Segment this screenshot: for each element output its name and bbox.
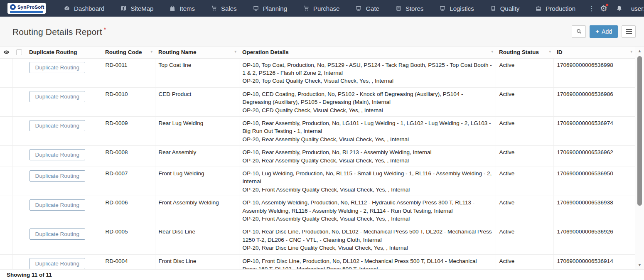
scroll-down-button[interactable]: ▼ [635, 263, 644, 267]
menu-button[interactable] [622, 25, 636, 38]
header-actions: + Add [572, 25, 636, 38]
logo-tagline-strip [10, 11, 43, 13]
duplicate-routing-button[interactable]: Duplicate Routing [29, 149, 86, 160]
select-all-checkbox[interactable] [16, 49, 22, 55]
nav-item-quality[interactable]: Quality [482, 0, 528, 17]
operation-details-cell: OP-10, Rear Disc Line, Production, No, D… [239, 225, 496, 254]
nav-item-logistics[interactable]: Logistics [431, 0, 482, 17]
routing-code-cell: RD-0007 [102, 167, 155, 196]
monitor-icon [439, 5, 446, 12]
nav-item-gate[interactable]: Gate [347, 0, 387, 17]
hamburger-icon [626, 29, 632, 34]
routing-status-cell: Active [496, 196, 553, 225]
duplicate-routing-button[interactable]: Duplicate Routing [29, 170, 86, 182]
routing-status-cell: Active [496, 58, 553, 87]
scroll-up-button[interactable]: ▲ [635, 49, 644, 53]
sort-caret-icon[interactable]: ▾ [150, 49, 152, 54]
vertical-scrollbar[interactable]: ▲ ▼ [635, 47, 644, 269]
column-header-duplicate-routing: Duplicate Routing [26, 47, 102, 58]
routing-code-cell: RD-0004 [102, 254, 155, 269]
duplicate-routing-button[interactable]: Duplicate Routing [29, 62, 86, 73]
routing-code-cell: RD-0011 [102, 58, 155, 87]
id-cell: 170690000006536938 [553, 196, 635, 225]
monitor-icon [355, 5, 362, 12]
select-all-cell [12, 47, 26, 58]
operation-details-cell: OP-10, Rear Assembly, Production, No, LG… [239, 116, 496, 145]
column-header-routing-code[interactable]: Routing Code▾ [102, 47, 155, 58]
nav-item-dashboard[interactable]: Dashboard [56, 0, 112, 17]
duplicate-routing-button[interactable]: Duplicate Routing [29, 228, 86, 240]
table-row: Duplicate Routing RD-0007 Front Lug Weld… [0, 167, 635, 196]
nav-item-purchase[interactable]: Purchase [295, 0, 347, 17]
routing-code-cell: RD-0009 [102, 116, 155, 145]
nav-more-button[interactable]: ⋮ [583, 5, 600, 12]
column-header-id[interactable]: ID▾ [553, 47, 635, 58]
operation-details-cell: OP-10, Front Disc Line, Production, No, … [239, 254, 496, 269]
routing-code-cell: RD-0010 [102, 87, 155, 116]
table-row: Duplicate Routing RD-0010 CED Product OP… [0, 87, 635, 116]
nav-item-items[interactable]: Items [161, 0, 203, 17]
column-header-routing-name[interactable]: Routing Name▾ [155, 47, 239, 58]
id-cell: 170690000006536926 [553, 225, 635, 254]
routing-status-cell: Active [496, 254, 553, 269]
column-visibility-button[interactable] [0, 47, 12, 58]
logo-mark-icon [10, 4, 16, 10]
sort-caret-icon[interactable]: ▾ [491, 49, 493, 54]
nav-item-production[interactable]: Production [527, 0, 583, 17]
sort-caret-icon[interactable]: ▾ [234, 49, 236, 54]
routing-name-cell: Rear Assembly [155, 146, 239, 167]
settings-button[interactable]: ⚙ [600, 4, 607, 12]
table-footer: Showing 11 of 11 [0, 269, 644, 280]
id-cell: 170690000006536974 [553, 116, 635, 145]
user-name[interactable]: user1 [631, 5, 644, 12]
operation-details-cell: OP-10, Assembly Welding, Production, No,… [239, 196, 496, 225]
case-icon [535, 5, 542, 12]
sort-caret-icon[interactable]: ▾ [630, 49, 632, 54]
routing-name-cell: Front Lug Welding [155, 167, 239, 196]
routing-status-cell: Active [496, 167, 553, 196]
routing-name-cell: Rear Lug Welding [155, 116, 239, 145]
add-button[interactable]: + Add [590, 25, 618, 38]
scrollbar-thumb[interactable] [637, 56, 642, 206]
duplicate-routing-button[interactable]: Duplicate Routing [29, 199, 86, 211]
column-header-operation-details[interactable]: Operation Details▾ [239, 47, 496, 58]
nav-item-sitemap[interactable]: SiteMap [112, 0, 161, 17]
cart-icon [211, 5, 217, 12]
table-row: Duplicate Routing RD-0011 Top Coat line … [0, 58, 635, 87]
routing-status-cell: Active [496, 87, 553, 116]
search-button[interactable] [572, 25, 586, 38]
duplicate-routing-button[interactable]: Duplicate Routing [29, 120, 86, 131]
table-row: Duplicate Routing RD-0004 Front Disc Lin… [0, 254, 635, 269]
notifications-button[interactable] [616, 5, 623, 12]
operation-details-cell: OP-10, Lug Welding, Production, No, RL11… [239, 167, 496, 196]
duplicate-routing-button[interactable]: Duplicate Routing [29, 258, 86, 269]
navbar-right-cluster: ⚙ user1 [600, 3, 644, 14]
search-icon [576, 28, 582, 34]
sort-caret-icon[interactable]: ▾ [549, 49, 551, 54]
routing-table: Duplicate Routing Routing Code▾ Routing … [0, 47, 635, 269]
more-dots-icon: ⋮ [588, 5, 595, 12]
operation-details-cell: OP-10, CED Coating, Production, No, PS10… [239, 87, 496, 116]
operation-details-cell: OP-10, Top Coat, Production, No, PS129 -… [239, 58, 496, 87]
bell-icon [616, 5, 623, 12]
required-mark: * [104, 26, 106, 33]
logo-text: SynProSoft [17, 5, 44, 10]
table-row: Duplicate Routing RD-0008 Rear Assembly … [0, 146, 635, 167]
routing-status-cell: Active [496, 146, 553, 167]
routing-status-cell: Active [496, 225, 553, 254]
routing-name-cell: Front Assembly Welding [155, 196, 239, 225]
nav-item-sales[interactable]: Sales [203, 0, 245, 17]
nav-item-planning[interactable]: Planning [245, 0, 295, 17]
id-cell: 170690000006536914 [553, 254, 635, 269]
nav-item-stores[interactable]: Stores [387, 0, 431, 17]
plus-icon: + [595, 28, 599, 34]
app-logo[interactable]: SynProSoft [7, 3, 46, 14]
column-header-routing-status[interactable]: Routing Status▾ [496, 47, 553, 58]
routing-code-cell: RD-0006 [102, 196, 155, 225]
duplicate-routing-button[interactable]: Duplicate Routing [29, 91, 86, 102]
cart-icon [303, 5, 310, 12]
routing-name-cell: Front Disc Line [155, 254, 239, 269]
top-navbar: SynProSoft Dashboard SiteMap Items Sales… [0, 0, 644, 17]
id-cell: 170690000006536962 [553, 146, 635, 167]
showing-count: Showing 11 of 11 [7, 272, 52, 278]
